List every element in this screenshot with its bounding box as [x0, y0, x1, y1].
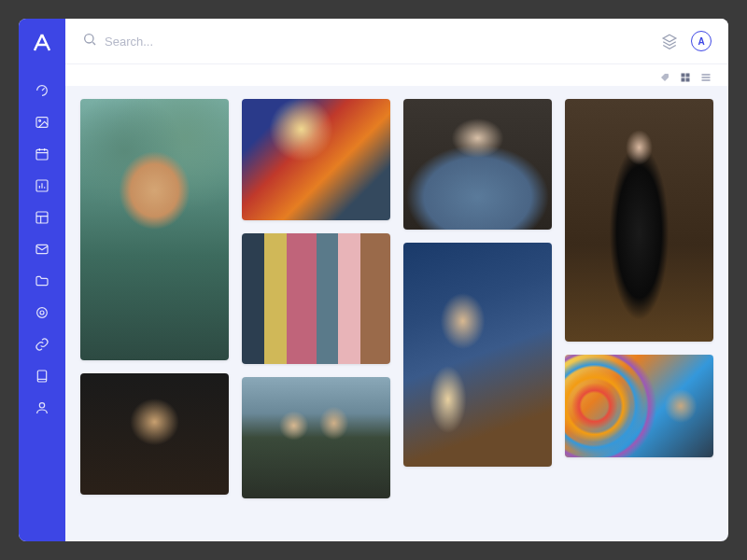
layout-icon[interactable]	[34, 209, 50, 226]
gallery-tile-botticelli[interactable]	[403, 243, 552, 467]
masonry-grid	[80, 99, 713, 498]
artwork-thumbnail	[565, 99, 713, 342]
chart-icon[interactable]	[34, 177, 50, 194]
svg-rect-0	[36, 118, 48, 128]
target-icon[interactable]	[34, 304, 50, 321]
book-icon[interactable]	[34, 368, 50, 385]
topbar-actions: A	[661, 31, 712, 51]
gallery-tile-signac[interactable]	[565, 355, 713, 457]
layers-icon[interactable]	[661, 33, 678, 49]
link-icon[interactable]	[34, 336, 50, 353]
svg-rect-12	[686, 73, 690, 77]
svg-rect-8	[37, 371, 46, 382]
app-logo[interactable]	[31, 32, 53, 54]
svg-rect-13	[682, 77, 685, 81]
gallery-tile-ingres[interactable]	[403, 99, 552, 230]
gauge-icon[interactable]	[34, 82, 50, 99]
search-input[interactable]	[105, 35, 650, 49]
main-panel: A	[65, 19, 728, 541]
mail-icon[interactable]	[34, 241, 50, 258]
grid-view-icon[interactable]	[680, 70, 691, 81]
svg-rect-15	[702, 74, 711, 76]
artwork-thumbnail	[242, 377, 390, 498]
gallery-tile-klee[interactable]	[242, 233, 390, 364]
sidebar	[19, 19, 65, 541]
avatar[interactable]: A	[691, 31, 712, 51]
gallery-tile-cubist[interactable]	[242, 99, 390, 220]
artwork-thumbnail	[80, 373, 229, 495]
svg-point-10	[85, 35, 93, 43]
gallery-tile-wood[interactable]	[242, 377, 390, 498]
user-icon[interactable]	[34, 399, 50, 416]
artwork-thumbnail	[242, 99, 390, 220]
view-toolbar	[65, 63, 728, 86]
calendar-icon[interactable]	[34, 146, 50, 162]
folder-icon[interactable]	[34, 273, 50, 289]
svg-rect-16	[702, 77, 711, 78]
gallery-tile-van-gogh[interactable]	[80, 99, 229, 360]
artwork-thumbnail	[242, 233, 390, 364]
search-box	[82, 32, 650, 50]
image-icon[interactable]	[34, 114, 50, 131]
tag-view-icon[interactable]	[659, 70, 670, 81]
gallery-tile-sargent[interactable]	[565, 99, 713, 342]
artwork-thumbnail	[565, 355, 713, 457]
app-window: A	[19, 19, 728, 541]
svg-point-1	[39, 119, 41, 121]
gallery-tile-davinci[interactable]	[80, 373, 229, 495]
topbar: A	[65, 19, 728, 63]
artwork-thumbnail	[403, 243, 552, 467]
svg-rect-4	[36, 212, 48, 223]
artwork-thumbnail	[403, 99, 552, 230]
list-view-icon[interactable]	[700, 70, 712, 81]
svg-point-9	[39, 403, 44, 408]
svg-rect-14	[686, 77, 690, 81]
svg-rect-2	[36, 149, 48, 160]
svg-rect-11	[682, 73, 685, 77]
artwork-thumbnail	[80, 99, 229, 360]
gallery[interactable]	[65, 86, 728, 541]
svg-point-7	[40, 311, 44, 315]
svg-point-6	[37, 308, 48, 318]
search-icon	[82, 32, 97, 50]
svg-rect-17	[702, 79, 711, 81]
